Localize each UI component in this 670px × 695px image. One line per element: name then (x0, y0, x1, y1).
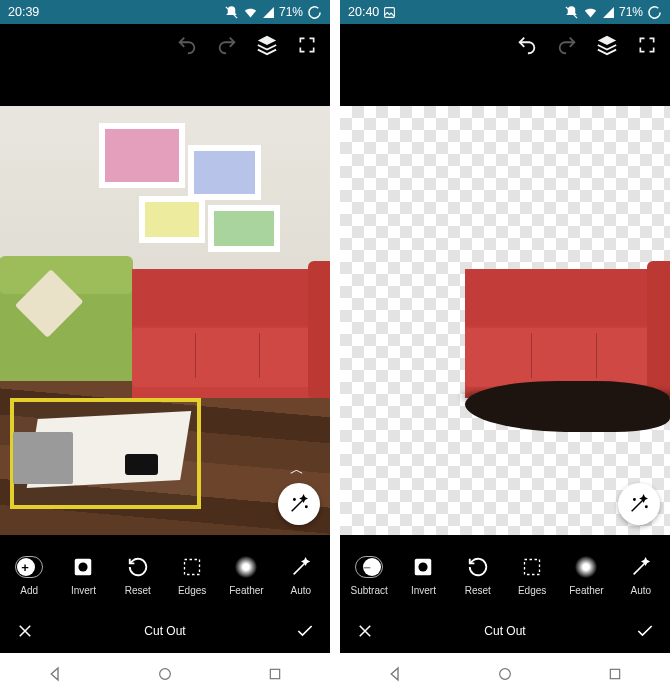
status-battery: 71% (619, 5, 643, 19)
undo-button[interactable] (176, 34, 198, 56)
tool-label: Feather (229, 585, 263, 596)
tool-label: Edges (178, 585, 206, 596)
mute-icon (224, 5, 239, 20)
tool-label: Add (20, 585, 38, 596)
red-couch-cutout (465, 269, 670, 398)
svg-rect-16 (610, 669, 619, 678)
redo-button[interactable] (556, 34, 578, 56)
layers-button[interactable] (596, 34, 618, 56)
tool-reset[interactable]: Reset (113, 553, 163, 596)
tool-label: Auto (291, 585, 312, 596)
tool-feather[interactable]: Feather (221, 553, 271, 596)
tool-row: − Subtract Invert Reset Edges Feather Au… (340, 535, 670, 609)
tool-invert[interactable]: Invert (58, 553, 108, 596)
fullscreen-button[interactable] (636, 34, 658, 56)
nav-recents-button[interactable] (604, 663, 626, 685)
tool-auto[interactable]: Auto (276, 553, 326, 596)
chevron-up-icon[interactable]: ︿ (290, 461, 304, 479)
tool-subtract[interactable]: − Subtract (344, 553, 394, 596)
confirm-button[interactable] (634, 620, 656, 642)
status-time: 20:40 (348, 5, 379, 19)
cancel-button[interactable] (14, 620, 36, 642)
tool-auto[interactable]: Auto (616, 553, 666, 596)
tool-label: Feather (569, 585, 603, 596)
signal-icon (262, 6, 275, 19)
nav-home-button[interactable] (154, 663, 176, 685)
tool-label: Subtract (351, 585, 388, 596)
android-nav-bar (0, 653, 330, 695)
status-battery: 71% (279, 5, 303, 19)
wifi-icon (583, 5, 598, 20)
app-topbar (340, 24, 670, 66)
nav-recents-button[interactable] (264, 663, 286, 685)
signal-icon (602, 6, 615, 19)
status-time: 20:39 (8, 5, 39, 19)
svg-point-11 (646, 506, 647, 507)
bottom-bar: Cut Out (340, 609, 670, 653)
phone-screenshot-right: 20:40 71% (340, 0, 670, 695)
tool-label: Reset (125, 585, 151, 596)
tool-edges[interactable]: Edges (507, 553, 557, 596)
tool-reset[interactable]: Reset (453, 553, 503, 596)
image-notification-icon (383, 6, 396, 19)
svg-rect-5 (185, 559, 200, 574)
cancel-button[interactable] (354, 620, 376, 642)
magic-wand-fab[interactable] (278, 483, 320, 525)
wifi-icon (243, 5, 258, 20)
tool-row: + Add Invert Reset Edges Feather Auto (0, 535, 330, 609)
photo-room-scene (0, 106, 330, 535)
screen-title: Cut Out (144, 624, 185, 638)
undo-button[interactable] (516, 34, 538, 56)
confirm-button[interactable] (294, 620, 316, 642)
status-bar: 20:40 71% (340, 0, 670, 24)
svg-rect-8 (385, 7, 395, 17)
svg-point-15 (500, 669, 511, 680)
canvas-area[interactable]: ︿ (0, 66, 330, 535)
sync-icon (647, 5, 662, 20)
tool-label: Auto (631, 585, 652, 596)
tool-label: Invert (71, 585, 96, 596)
layers-button[interactable] (256, 34, 278, 56)
canvas-area[interactable] (340, 66, 670, 535)
android-nav-bar (340, 653, 670, 695)
tool-edges[interactable]: Edges (167, 553, 217, 596)
nav-home-button[interactable] (494, 663, 516, 685)
status-bar: 20:39 71% (0, 0, 330, 24)
tool-label: Reset (465, 585, 491, 596)
tool-feather[interactable]: Feather (561, 553, 611, 596)
fullscreen-button[interactable] (296, 34, 318, 56)
svg-point-13 (419, 562, 428, 571)
tool-label: Invert (411, 585, 436, 596)
mute-icon (564, 5, 579, 20)
magic-wand-fab[interactable] (618, 483, 660, 525)
tool-add[interactable]: + Add (4, 553, 54, 596)
photo-cutout-result (340, 106, 670, 535)
nav-back-button[interactable] (44, 663, 66, 685)
nav-back-button[interactable] (384, 663, 406, 685)
svg-rect-7 (270, 669, 279, 678)
svg-point-6 (160, 669, 171, 680)
svg-point-2 (306, 506, 307, 507)
tool-invert[interactable]: Invert (398, 553, 448, 596)
sync-icon (307, 5, 322, 20)
screen-title: Cut Out (484, 624, 525, 638)
svg-point-4 (79, 562, 88, 571)
svg-point-1 (294, 499, 295, 500)
red-couch (132, 269, 330, 398)
svg-rect-14 (525, 559, 540, 574)
svg-point-10 (634, 499, 635, 500)
tool-label: Edges (518, 585, 546, 596)
app-topbar (0, 24, 330, 66)
redo-button[interactable] (216, 34, 238, 56)
bottom-bar: Cut Out (0, 609, 330, 653)
phone-screenshot-left: 20:39 71% (0, 0, 330, 695)
